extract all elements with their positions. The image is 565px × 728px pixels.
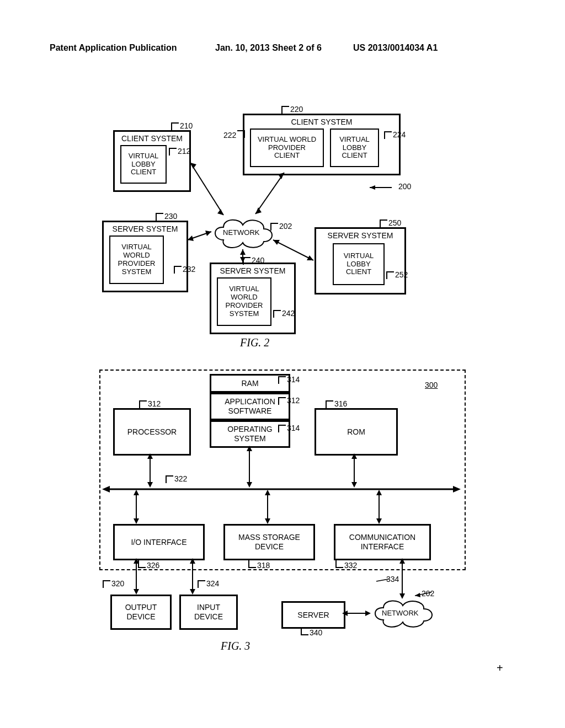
svg-marker-33 bbox=[265, 490, 270, 495]
conn-mass bbox=[264, 490, 271, 524]
conn-output bbox=[132, 558, 140, 595]
ref-200: 200 bbox=[398, 182, 411, 191]
svg-marker-46 bbox=[365, 611, 371, 616]
conn-comm-net bbox=[398, 558, 406, 599]
svg-marker-40 bbox=[134, 589, 139, 595]
bus-line bbox=[102, 485, 461, 493]
ref-320: 320 bbox=[103, 579, 124, 588]
svg-marker-24 bbox=[247, 446, 252, 451]
svg-marker-22 bbox=[147, 482, 153, 488]
ref-242: 242 bbox=[273, 309, 295, 318]
page: Patent Application Publication Jan. 10, … bbox=[0, 0, 565, 728]
arrow-230-net bbox=[185, 229, 215, 245]
svg-marker-48 bbox=[399, 558, 405, 564]
svg-line-2 bbox=[190, 163, 223, 215]
client-system-210: CLIENT SYSTEM VIRTUAL LOBBY CLIENT bbox=[113, 130, 191, 192]
server-250-module: VIRTUAL LOBBY CLIENT bbox=[333, 243, 385, 285]
processor-box: PROCESSOR bbox=[113, 408, 191, 456]
client-220-title: CLIENT SYSTEM bbox=[291, 117, 353, 127]
svg-marker-31 bbox=[134, 518, 139, 524]
conn-input bbox=[189, 558, 196, 595]
conn-io bbox=[132, 490, 140, 524]
header-left: Patent Application Publication bbox=[50, 43, 177, 53]
ref-312b: 312 bbox=[278, 396, 300, 405]
ref-300: 300 bbox=[425, 381, 438, 389]
svg-marker-12 bbox=[240, 249, 246, 255]
server-system-240: SERVER SYSTEM VIRTUAL WORLD PROVIDER SYS… bbox=[210, 263, 296, 334]
ref-318: 318 bbox=[248, 560, 270, 570]
server-240-title: SERVER SYSTEM bbox=[220, 266, 286, 276]
fig2-caption: FIG. 2 bbox=[240, 336, 269, 349]
ref-224: 224 bbox=[384, 130, 406, 139]
svg-marker-39 bbox=[134, 558, 139, 564]
ref-316: 316 bbox=[326, 399, 347, 408]
rom-box: ROM bbox=[315, 408, 398, 456]
mass-storage-box: MASS STORAGE DEVICE bbox=[223, 524, 315, 560]
ref-202: 202 bbox=[270, 222, 292, 231]
svg-marker-43 bbox=[190, 589, 195, 595]
client-220-right-module: VIRTUAL LOBBY CLIENT bbox=[330, 129, 379, 167]
svg-marker-1 bbox=[370, 185, 375, 190]
io-interface-box: I/O INTERFACE bbox=[113, 524, 205, 560]
svg-marker-45 bbox=[342, 611, 348, 616]
ref-314a: 314 bbox=[278, 375, 300, 384]
ref-222: 222 bbox=[223, 130, 245, 140]
svg-marker-37 bbox=[376, 518, 382, 524]
client-210-title: CLIENT SYSTEM bbox=[121, 134, 183, 143]
network-cloud-2: NETWORK bbox=[370, 597, 436, 630]
server-230-title: SERVER SYSTEM bbox=[113, 224, 178, 234]
ref-212: 212 bbox=[169, 147, 190, 156]
svg-marker-9 bbox=[188, 235, 194, 241]
client-210-module: VIRTUAL LOBBY CLIENT bbox=[120, 145, 167, 184]
ref-230: 230 bbox=[156, 212, 177, 221]
svg-marker-25 bbox=[247, 482, 252, 488]
arrow-210-net bbox=[188, 160, 232, 221]
ref-312a: 312 bbox=[139, 399, 161, 408]
server-250-title: SERVER SYSTEM bbox=[328, 231, 393, 240]
fig3-caption: FIG. 3 bbox=[221, 640, 250, 652]
svg-line-5 bbox=[255, 173, 284, 214]
ref-322: 322 bbox=[166, 474, 187, 483]
network-label: NETWORK bbox=[223, 228, 259, 237]
svg-marker-36 bbox=[376, 490, 382, 495]
svg-marker-13 bbox=[240, 257, 246, 263]
svg-marker-18 bbox=[102, 486, 110, 493]
svg-marker-6 bbox=[278, 173, 284, 179]
header-middle: Jan. 10, 2013 Sheet 2 of 6 bbox=[215, 43, 322, 53]
ref-220: 220 bbox=[281, 105, 303, 114]
svg-marker-42 bbox=[190, 558, 195, 564]
conn-server-net bbox=[342, 609, 371, 617]
arrow-240-net bbox=[237, 248, 248, 265]
conn-rom bbox=[350, 453, 358, 488]
server-system-230: SERVER SYSTEM VIRTUAL WORLD PROVIDER SYS… bbox=[102, 221, 188, 292]
server-240-module: VIRTUAL WORLD PROVIDER SYSTEM bbox=[217, 277, 271, 326]
leader-202 bbox=[415, 592, 437, 599]
svg-marker-7 bbox=[255, 207, 262, 214]
network-2-label: NETWORK bbox=[382, 609, 418, 617]
arrow-250-net bbox=[270, 237, 317, 265]
svg-marker-19 bbox=[453, 486, 461, 493]
header-right: US 2013/0014034 A1 bbox=[353, 43, 438, 53]
output-device-box: OUTPUT DEVICE bbox=[110, 595, 172, 630]
svg-marker-10 bbox=[205, 231, 211, 236]
svg-marker-28 bbox=[351, 482, 357, 488]
client-220-left-module: VIRTUAL WORLD PROVIDER CLIENT bbox=[250, 129, 324, 167]
client-system-220: CLIENT SYSTEM VIRTUAL WORLD PROVIDER CLI… bbox=[243, 114, 401, 175]
svg-line-14 bbox=[273, 240, 313, 260]
ref-210: 210 bbox=[171, 121, 193, 130]
conn-comm bbox=[375, 490, 383, 524]
figure-3: 300 PROCESSOR 312 RAM 314 APPLICATION SO… bbox=[0, 370, 565, 662]
ref-326: 326 bbox=[138, 560, 159, 570]
server-system-250: SERVER SYSTEM VIRTUAL LOBBY CLIENT bbox=[315, 227, 406, 295]
conn-ram bbox=[246, 446, 253, 488]
ref-332: 332 bbox=[335, 560, 357, 570]
svg-marker-3 bbox=[190, 163, 196, 169]
svg-line-52 bbox=[376, 579, 388, 581]
svg-marker-30 bbox=[134, 490, 139, 495]
figure-2: NETWORK 202 200 CLIENT SYSTEM VIRTUAL LO… bbox=[0, 105, 565, 358]
server-230-module: VIRTUAL WORLD PROVIDER SYSTEM bbox=[109, 235, 164, 284]
conn-proc bbox=[146, 453, 154, 488]
svg-marker-34 bbox=[265, 518, 270, 524]
svg-marker-49 bbox=[399, 593, 405, 599]
ref-232: 232 bbox=[174, 265, 195, 274]
